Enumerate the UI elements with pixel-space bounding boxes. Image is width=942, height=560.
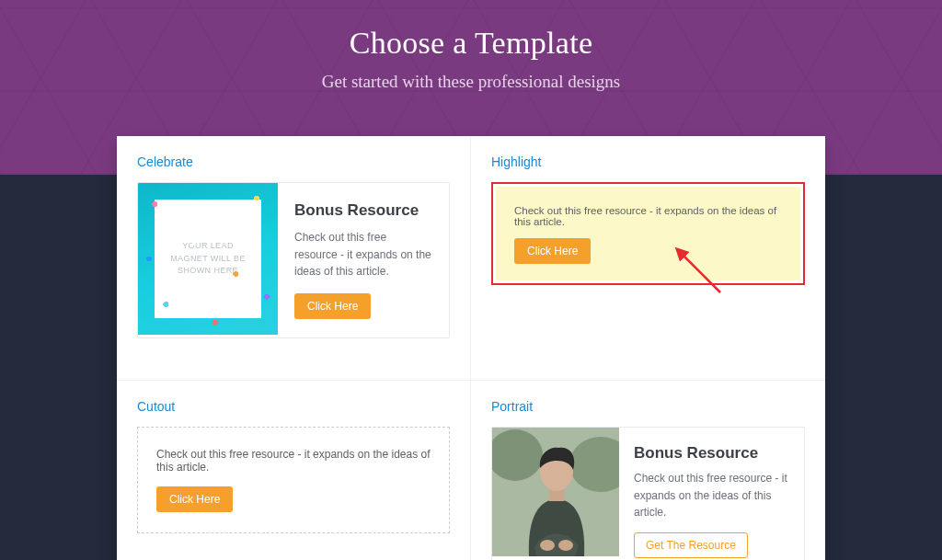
placeholder-text: YOUR LEAD MAGNET WILL BE SHOWN HERE	[164, 240, 252, 278]
celebrate-heading: Bonus Resource	[294, 201, 432, 220]
page-title: Choose a Template	[0, 26, 942, 61]
page-subtitle: Get started with these professional desi…	[0, 72, 942, 92]
celebrate-preview: YOUR LEAD MAGNET WILL BE SHOWN HERE Bonu…	[137, 182, 450, 338]
celebrate-thumbnail: YOUR LEAD MAGNET WILL BE SHOWN HERE	[138, 183, 278, 335]
template-label: Portrait	[491, 399, 805, 414]
template-label: Highlight	[491, 154, 805, 169]
lead-magnet-placeholder: YOUR LEAD MAGNET WILL BE SHOWN HERE	[155, 200, 261, 318]
cutout-cta-button[interactable]: Click Here	[156, 486, 233, 512]
celebrate-body: Bonus Resource Check out this free resou…	[278, 183, 449, 337]
portrait-body: Bonus Resource Check out this free resou…	[619, 428, 804, 560]
template-cell-portrait[interactable]: Portrait	[471, 381, 825, 560]
portrait-preview: Bonus Resource Check out this free resou…	[491, 427, 805, 560]
portrait-heading: Bonus Resource	[634, 444, 789, 463]
cutout-description: Check out this free resource - it expand…	[156, 448, 431, 474]
template-cell-highlight[interactable]: Highlight Check out this free resource -…	[471, 136, 825, 381]
portrait-description: Check out this free resource - it expand…	[634, 470, 789, 521]
template-grid: Celebrate YOUR LEAD MAGNET WILL BE SHOWN…	[117, 136, 825, 560]
highlight-cta-button[interactable]: Click Here	[514, 238, 591, 264]
svg-point-6	[540, 540, 555, 551]
highlight-preview: Check out this free resource - it expand…	[496, 187, 800, 280]
celebrate-description: Check out this free resource - it expand…	[294, 229, 432, 280]
highlight-description: Check out this free resource - it expand…	[514, 205, 782, 227]
portrait-thumbnail	[492, 428, 619, 556]
portrait-cta-button[interactable]: Get The Resource	[634, 532, 748, 558]
celebrate-cta-button[interactable]: Click Here	[294, 293, 371, 319]
cutout-preview: Check out this free resource - it expand…	[137, 427, 450, 533]
template-cell-celebrate[interactable]: Celebrate YOUR LEAD MAGNET WILL BE SHOWN…	[117, 136, 471, 381]
svg-point-7	[558, 540, 573, 551]
annotation-highlight-box: Check out this free resource - it expand…	[491, 182, 805, 285]
template-cell-cutout[interactable]: Cutout Check out this free resource - it…	[117, 381, 471, 560]
template-label: Cutout	[137, 399, 450, 414]
template-label: Celebrate	[137, 154, 450, 169]
